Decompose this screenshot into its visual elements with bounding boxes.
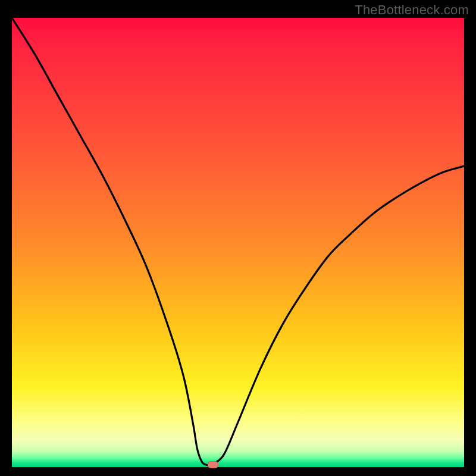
- bottleneck-curve: [12, 18, 464, 467]
- watermark-text: TheBottleneck.com: [355, 2, 469, 18]
- curve-path: [12, 18, 464, 465]
- chart-stage: TheBottleneck.com: [0, 0, 476, 476]
- minimum-marker: [208, 461, 218, 468]
- plot-area: [12, 18, 464, 467]
